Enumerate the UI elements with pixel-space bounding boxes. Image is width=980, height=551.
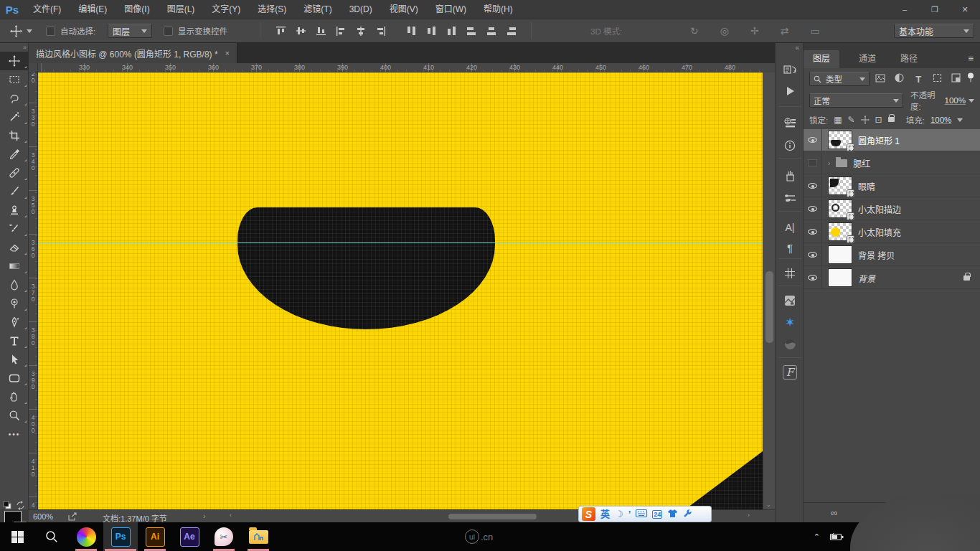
align-vcenter-icon[interactable] (291, 22, 310, 39)
layer-thumbnail[interactable] (828, 199, 852, 218)
share-icon[interactable] (68, 512, 77, 521)
close-button[interactable]: ✕ (950, 0, 980, 19)
camera-raw-icon[interactable] (776, 334, 804, 353)
horizontal-ruler[interactable]: 330 340 350 360 370 380 390 400 410 420 … (38, 63, 763, 72)
spot-healing-tool[interactable] (0, 164, 29, 182)
distribute-right-icon[interactable] (502, 22, 521, 39)
layer-row-eyes[interactable]: 眼睛 (804, 175, 980, 197)
menu-type[interactable]: 文字(Y) (203, 0, 249, 19)
document-tab[interactable]: 描边风格小图标 @ 600% (圆角矩形 1, RGB/8) * × (29, 43, 237, 63)
zoom-level-field[interactable]: 600% (33, 512, 53, 521)
visibility-toggle[interactable] (804, 221, 822, 243)
swap-colors-icon[interactable] (16, 501, 25, 510)
distribute-left-icon[interactable] (462, 22, 481, 39)
styles-panel-icon[interactable] (776, 291, 804, 310)
layer-thumbnail[interactable] (828, 245, 852, 264)
link-layers-icon[interactable]: ∞ (831, 507, 837, 518)
layer-name[interactable]: 圆角矩形 1 (858, 134, 900, 146)
default-colors-icon[interactable] (3, 501, 11, 509)
ime-toolbox-wrench-icon[interactable] (683, 509, 692, 520)
history-brush-tool[interactable] (0, 220, 29, 238)
ime-fullwidth-moon-icon[interactable]: ☽ (615, 507, 623, 522)
visibility-toggle[interactable] (804, 267, 822, 289)
ime-login-icon[interactable]: 24 (652, 510, 662, 519)
gradient-tool[interactable] (0, 257, 29, 276)
menu-window[interactable]: 窗口(W) (427, 0, 475, 19)
lock-transparent-pixels-icon[interactable]: ▦ (834, 115, 842, 125)
distribute-hcenter-icon[interactable] (482, 22, 501, 39)
3d-orbit-icon[interactable]: ↻ (690, 25, 699, 37)
layer-row-group-blush[interactable]: › 腮红 (804, 152, 980, 174)
lock-image-pixels-icon[interactable]: ✎ (848, 115, 855, 125)
layer-thumbnail[interactable] (828, 222, 852, 241)
layer-row-background-copy[interactable]: 背景 拷贝 (804, 244, 980, 266)
start-button[interactable] (0, 522, 34, 551)
history-panel-icon[interactable] (776, 60, 804, 79)
layer-row-background[interactable]: 背景 (804, 267, 980, 289)
ruler-origin-corner[interactable] (29, 63, 38, 72)
menu-3d[interactable]: 3D(D) (341, 0, 381, 19)
lasso-tool[interactable] (0, 89, 29, 108)
taskbar-illustrator-app[interactable]: Ai (138, 522, 172, 551)
tray-chevron-up-icon[interactable]: ⌃ (814, 532, 820, 542)
align-hcenter-icon[interactable] (352, 22, 370, 39)
filter-shape-layers-icon[interactable] (929, 73, 945, 85)
path-select-tool[interactable] (0, 350, 29, 369)
3d-pan-icon[interactable]: ✢ (750, 25, 759, 37)
quick-select-tool[interactable] (0, 108, 29, 126)
layer-name[interactable]: 眼睛 (858, 180, 875, 192)
vertical-ruler[interactable]: 320 330 340 350 360 370 380 390 400 410 … (29, 72, 38, 509)
opacity-value[interactable]: 100% (945, 96, 966, 105)
document-canvas[interactable] (38, 72, 763, 509)
layer-name[interactable]: 背景 (858, 272, 875, 284)
input-method-toolbar[interactable]: S 英 ☽ ’ 24 (578, 506, 712, 522)
glyphs-panel-icon[interactable] (776, 264, 804, 283)
menu-help[interactable]: 帮助(H) (475, 0, 522, 19)
3d-roll-icon[interactable]: ◎ (720, 25, 729, 37)
scroll-right-arrow-icon[interactable]: › (748, 512, 750, 519)
visibility-toggle[interactable] (804, 244, 822, 266)
paragraph-panel-icon[interactable]: ¶ (776, 238, 804, 257)
fill-value[interactable]: 100% (930, 116, 951, 124)
menu-image[interactable]: 图像(I) (116, 0, 158, 19)
info-panel-icon[interactable] (776, 136, 804, 155)
show-transform-checkbox[interactable] (164, 27, 173, 36)
ime-skin-shirt-icon[interactable] (667, 509, 678, 520)
visibility-toggle[interactable] (804, 175, 822, 197)
distribute-vcenter-icon[interactable] (422, 22, 440, 39)
auto-select-checkbox[interactable] (46, 27, 55, 36)
libraries-panel-icon[interactable] (776, 113, 804, 132)
lock-all-icon[interactable] (888, 117, 895, 122)
vertical-scrollbar[interactable]: ⌄ (763, 72, 775, 509)
type-tool[interactable] (0, 331, 29, 350)
menu-edit[interactable]: 编辑(E) (70, 0, 116, 19)
eyedropper-tool[interactable] (0, 145, 29, 164)
filter-type-dropdown[interactable]: 类型 (809, 72, 870, 86)
plugin-star-icon[interactable]: ✶ (776, 313, 804, 331)
horizontal-guide-line[interactable] (38, 242, 763, 243)
black-rounded-shape[interactable] (237, 207, 495, 329)
scroll-left-arrow-icon[interactable]: ‹ (230, 512, 232, 519)
blend-mode-dropdown[interactable]: 正常 (809, 93, 903, 108)
menu-view[interactable]: 视图(V) (381, 0, 427, 19)
align-right-icon[interactable] (372, 22, 390, 39)
workspace-switcher[interactable]: 基本功能 (894, 19, 974, 42)
layer-thumbnail[interactable] (828, 176, 852, 195)
lock-position-icon[interactable] (861, 116, 870, 124)
distribute-top-icon[interactable] (402, 22, 420, 39)
layer-row-rounded-rect[interactable]: 圆角矩形 1 (804, 129, 980, 151)
filter-adjustment-layers-icon[interactable] (892, 73, 908, 85)
distribute-bottom-icon[interactable] (442, 22, 461, 39)
dodge-tool[interactable] (0, 294, 29, 313)
tab-layers[interactable]: 图层 (804, 50, 839, 68)
3d-slide-icon[interactable]: ⇄ (781, 25, 789, 37)
taskbar-file-explorer[interactable] (241, 522, 275, 551)
restore-button[interactable]: ❐ (920, 0, 950, 19)
taskbar-aftereffects-app[interactable]: Ae (172, 522, 207, 551)
rounded-rect-shape-tool[interactable] (0, 369, 29, 387)
layer-row-sun-stroke[interactable]: 小太阳描边 (804, 198, 980, 220)
edit-toolbar-button[interactable]: ••• (0, 425, 29, 443)
scrollbar-thumb[interactable] (765, 271, 773, 343)
chevron-down-icon[interactable] (957, 118, 963, 125)
layer-thumbnail[interactable] (828, 131, 852, 149)
